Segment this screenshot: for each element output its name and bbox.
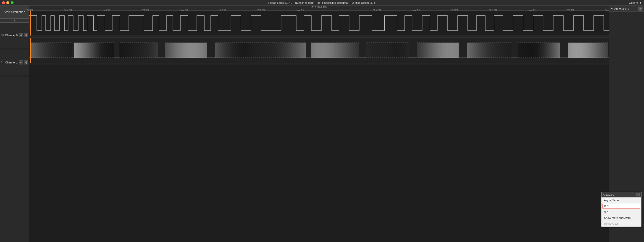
channel-1-label-row: 01 Channel 1 ⚙ +| xyxy=(0,50,29,75)
divider-dots-1: ··· xyxy=(1,75,2,77)
cursor-line-ch1 xyxy=(30,38,31,63)
annotations-add-button[interactable]: + xyxy=(638,7,642,11)
channel-0-add-button[interactable]: +| xyxy=(24,33,28,37)
analyzer-remove-all[interactable]: Remove all xyxy=(601,221,641,227)
close-button[interactable] xyxy=(2,1,5,4)
analyzer-async-serial[interactable]: Async Serial xyxy=(601,197,641,203)
analyzer-dropdown: Analyzers + Async Serial I2C SPI Show mo… xyxy=(601,192,641,227)
annotations-title: ▼ Annotations xyxy=(611,7,629,10)
cursor-line-ch0 xyxy=(30,11,31,36)
channel-1-icons: ⚙ +| xyxy=(19,60,28,64)
annotations-header: ▼ Annotations + xyxy=(609,6,644,12)
channel-0-icons: ⚙ +| xyxy=(19,33,28,37)
channel-1-waveform xyxy=(29,38,609,63)
channel-0-number: 00 xyxy=(1,34,5,37)
main-area: 24 s : 805 ms +0.2 ms+0.3 ms+0.4 ms+0.5 … xyxy=(29,6,609,242)
window-controls xyxy=(2,1,14,4)
maximize-button[interactable] xyxy=(11,1,14,4)
time-center-label: 24 s : 805 ms xyxy=(29,6,609,9)
channel-1-add-button[interactable]: +| xyxy=(24,60,28,64)
analyzer-show-more[interactable]: Show more analyzers xyxy=(601,215,641,221)
channel-divider-waveform xyxy=(29,36,609,38)
left-panel: Start Simulation ▲ 00 Channel 0 ⚙ +| ···… xyxy=(0,6,29,242)
channel-divider-waveform-2 xyxy=(29,63,609,65)
waveform-area[interactable] xyxy=(29,11,609,242)
channel-0-settings-button[interactable]: ⚙ xyxy=(19,33,23,37)
channel-divider-1: ··· xyxy=(0,75,29,77)
channel-divider-0: ··· xyxy=(0,48,29,50)
divider-dots-0: ··· xyxy=(1,48,2,50)
start-simulation-button[interactable]: Start Simulation xyxy=(0,6,29,19)
analyzer-dropdown-title: Analyzers xyxy=(603,193,614,196)
analyzer-dropdown-add-button[interactable]: + xyxy=(636,193,640,196)
analyzer-spi[interactable]: SPI xyxy=(601,209,641,215)
title-bar: Saleae Logic 1.2.40 – [Disconnected] – [… xyxy=(0,0,644,6)
channel-1-number: 01 xyxy=(1,61,5,64)
annotations-label: Annotations xyxy=(614,7,629,10)
channel-1-settings-button[interactable]: ⚙ xyxy=(19,60,23,64)
channel-1-name: Channel 1 xyxy=(5,61,19,64)
channel-0-waveform xyxy=(29,11,609,36)
channel-0-svg xyxy=(29,11,609,36)
scroll-up-button[interactable]: ▲ xyxy=(0,19,29,23)
center-time-text: 24 s : 805 ms xyxy=(311,6,327,8)
minimize-button[interactable] xyxy=(6,1,9,4)
time-ruler: 24 s : 805 ms +0.2 ms+0.3 ms+0.4 ms+0.5 … xyxy=(29,6,609,11)
options-button[interactable]: Options ▼ xyxy=(629,1,642,4)
window-title: Saleae Logic 1.2.40 – [Disconnected] – [… xyxy=(268,1,376,4)
channel-0-label-row: 00 Channel 0 ⚙ +| xyxy=(0,23,29,48)
channel-0-name: Channel 0 xyxy=(5,34,19,37)
analyzer-i2c[interactable]: I2C xyxy=(602,204,640,209)
annotations-chevron-icon: ▼ xyxy=(611,7,613,10)
channel-1-svg xyxy=(29,38,609,63)
analyzer-dropdown-header: Analyzers + xyxy=(601,192,641,197)
